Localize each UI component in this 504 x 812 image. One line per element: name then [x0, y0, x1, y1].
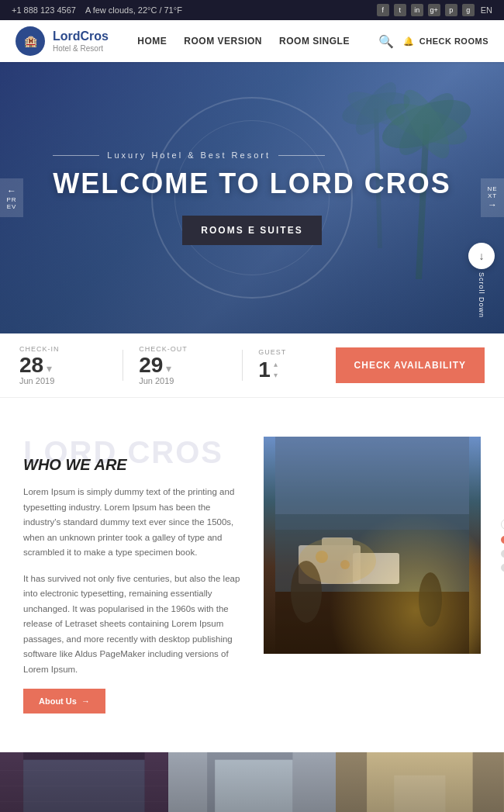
room-card-content-double: FROM $249 DOUBLE ROOM BOOK NOW → — [168, 752, 337, 812]
room-card-luxury[interactable]: FROM $389 LUXURY ROOM BOOK NOW → — [336, 752, 504, 812]
guest-controls: ▴ ▾ — [274, 359, 278, 381]
checkout-field: CHECK-OUT 29 ▾ Jun 2019 — [139, 345, 226, 385]
who-image-container: ○ — [264, 437, 481, 654]
svg-point-18 — [419, 572, 442, 627]
who-image-overlay — [264, 437, 481, 654]
about-label: About Us — [39, 696, 77, 706]
checkin-value-row: 28 ▾ — [19, 354, 107, 376]
hero-cta-button[interactable]: ROOMS E SUITES — [182, 216, 321, 245]
prev-arrow-icon: ← — [7, 185, 16, 196]
prev-label: PREV — [6, 196, 16, 210]
checkin-day: 28 — [19, 354, 43, 376]
social-icons: f t in g+ p g — [377, 4, 475, 16]
guest-count: 1 — [258, 358, 271, 382]
hero-tagline: Luxury Hotel & Best Resort — [53, 150, 450, 160]
side-dots: ○ — [501, 519, 504, 572]
booking-bar: CHECK-IN 28 ▾ Jun 2019 CHECK-OUT 29 ▾ Ju… — [0, 333, 504, 398]
logo-text: LordCros Hotel & Resort — [53, 29, 109, 53]
check-rooms-button[interactable]: 🔔 CHECK ROOMS — [403, 36, 488, 47]
booking-divider-2 — [242, 350, 243, 381]
top-bar-left: +1 888 123 4567 A few clouds, 22°C / 71°… — [12, 5, 182, 15]
who-section: LORD CROS WHO WE ARE Lorem Ipsum is simp… — [0, 398, 504, 752]
top-bar: +1 888 123 4567 A few clouds, 22°C / 71°… — [0, 0, 504, 20]
logo-sub: Hotel & Resort — [53, 44, 109, 54]
about-us-button[interactable]: About Us → — [23, 689, 105, 714]
checkout-day: 29 — [139, 354, 163, 376]
guest-field: GUEST 1 ▴ ▾ — [258, 348, 319, 382]
checkout-value-row: 29 ▾ — [139, 354, 226, 376]
guest-decrement[interactable]: ▾ — [274, 370, 278, 381]
checkin-label: CHECK-IN — [19, 345, 107, 353]
guest-increment[interactable]: ▴ — [274, 359, 278, 370]
who-image — [264, 437, 481, 654]
logo-letter: 🏨 — [24, 35, 37, 47]
phone-number: +1 888 123 4567 — [12, 5, 76, 15]
top-bar-right: f t in g+ p g EN — [377, 4, 492, 16]
logo-area: 🏨 LordCros Hotel & Resort — [16, 26, 109, 56]
checkout-arrow[interactable]: ▾ — [166, 362, 171, 375]
checkin-arrow[interactable]: ▾ — [47, 362, 52, 375]
next-arrow-icon: → — [488, 199, 497, 210]
logo-name: LordCros — [53, 29, 109, 43]
hero-content: Luxury Hotel & Best Resort WELCOME TO LO… — [53, 150, 450, 245]
hero-section: Luxury Hotel & Best Resort WELCOME TO LO… — [0, 62, 504, 333]
booking-divider-1 — [123, 350, 123, 381]
hero-next-button[interactable]: NEXT → — [481, 178, 504, 217]
about-arrow-icon: → — [81, 696, 90, 706]
hero-prev-button[interactable]: ← PREV — [0, 178, 23, 217]
nav-home[interactable]: HOME — [137, 36, 167, 47]
check-availability-button[interactable]: CHECK AVAILABILITY — [336, 347, 485, 383]
twitter-icon[interactable]: t — [394, 4, 406, 16]
side-dot-2[interactable] — [501, 564, 504, 572]
guest-value-row: 1 ▴ ▾ — [258, 358, 319, 382]
svg-point-19 — [299, 537, 376, 584]
pinterest-icon[interactable]: p — [445, 4, 457, 16]
checkin-field: CHECK-IN 28 ▾ Jun 2019 — [19, 345, 107, 385]
facebook-icon[interactable]: f — [377, 4, 389, 16]
next-label: NEXT — [487, 185, 497, 199]
nav-room-single[interactable]: ROOM SINGLE — [279, 36, 350, 47]
who-body-1: Lorem Ipsum is simply dummy text of the … — [23, 485, 240, 561]
who-body-2: It has survived not only five centuries,… — [23, 572, 240, 678]
side-dot-active[interactable] — [501, 536, 504, 544]
side-dot-1[interactable] — [501, 550, 504, 558]
header: 🏨 LordCros Hotel & Resort HOME ROOM VERS… — [0, 20, 504, 62]
language-selector[interactable]: EN — [481, 5, 492, 15]
logo-icon: 🏨 — [16, 26, 45, 56]
header-right: 🔍 🔔 CHECK ROOMS — [378, 34, 488, 49]
googleplus-icon[interactable]: g+ — [428, 4, 440, 16]
search-icon[interactable]: 🔍 — [378, 34, 394, 49]
rooms-section: FROM $199 SINGLE ROOM BOOK NOW → — [0, 752, 504, 812]
check-rooms-label: CHECK ROOMS — [419, 36, 488, 46]
side-dot-circle[interactable]: ○ — [501, 519, 504, 530]
checkout-month: Jun 2019 — [139, 376, 226, 385]
weather-info: A few clouds, 22°C / 71°F — [85, 5, 182, 15]
guest-label: GUEST — [258, 348, 319, 356]
room-card-single[interactable]: FROM $199 SINGLE ROOM BOOK NOW → — [0, 752, 168, 812]
room-card-double[interactable]: FROM $249 DOUBLE ROOM BOOK NOW → — [168, 752, 337, 812]
hero-title: WELCOME TO LORD CROS — [53, 168, 450, 200]
room-card-content-single: FROM $199 SINGLE ROOM BOOK NOW → — [0, 752, 168, 812]
scroll-label: Scroll Down — [478, 272, 485, 318]
google-icon[interactable]: g — [462, 4, 475, 16]
instagram-icon[interactable]: in — [411, 4, 423, 16]
room-card-content-luxury: FROM $389 LUXURY ROOM BOOK NOW → — [336, 752, 504, 812]
scroll-down[interactable]: ↓ Scroll Down — [468, 243, 495, 318]
nav-room-version[interactable]: ROOM VERSION — [184, 36, 262, 47]
bell-icon: 🔔 — [403, 36, 415, 47]
main-nav: HOME ROOM VERSION ROOM SINGLE — [137, 36, 350, 47]
who-text: LORD CROS WHO WE ARE Lorem Ipsum is simp… — [23, 437, 240, 714]
checkout-label: CHECK-OUT — [139, 345, 226, 353]
scroll-down-icon: ↓ — [468, 243, 495, 269]
checkin-month: Jun 2019 — [19, 376, 107, 385]
